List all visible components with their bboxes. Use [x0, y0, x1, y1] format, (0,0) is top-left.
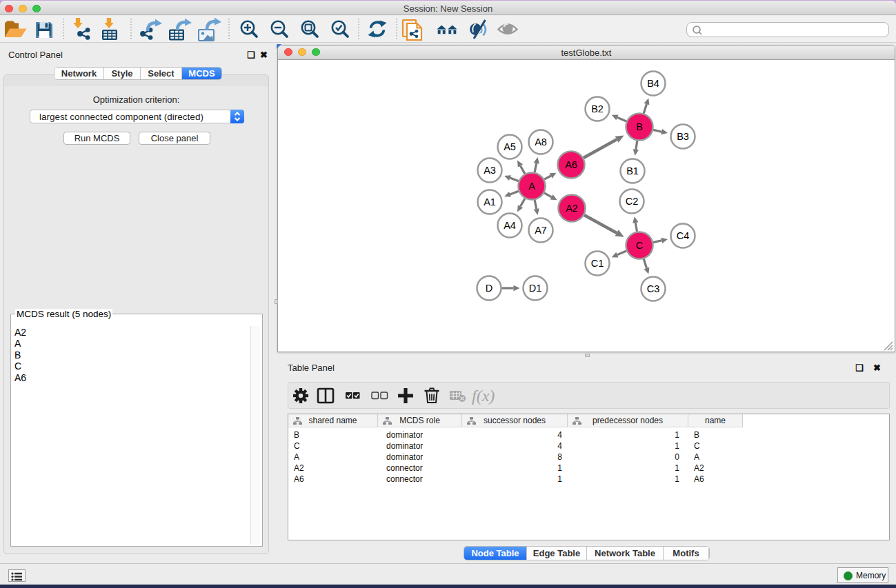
svg-text:A8: A8: [535, 136, 547, 148]
svg-text:C: C: [636, 240, 643, 251]
svg-text:B2: B2: [591, 103, 604, 114]
svg-text:A2: A2: [566, 203, 578, 214]
svg-text:B3: B3: [677, 131, 689, 142]
svg-text:D1: D1: [529, 283, 542, 294]
svg-text:B1: B1: [626, 165, 639, 176]
svg-text:A1: A1: [484, 196, 496, 207]
svg-text:A3: A3: [484, 165, 496, 176]
svg-text:A7: A7: [535, 225, 547, 236]
svg-text:B: B: [636, 121, 643, 132]
svg-text:A6: A6: [565, 159, 577, 170]
svg-text:A4: A4: [504, 220, 516, 231]
svg-text:C4: C4: [677, 230, 690, 241]
svg-text:B4: B4: [647, 78, 659, 89]
svg-text:C3: C3: [647, 283, 660, 294]
svg-text:C2: C2: [626, 196, 639, 207]
svg-text:A: A: [528, 181, 535, 192]
svg-text:C1: C1: [591, 258, 604, 269]
svg-text:A5: A5: [504, 141, 516, 152]
svg-text:f(x): f(x): [472, 387, 495, 405]
svg-text:D: D: [486, 283, 492, 294]
